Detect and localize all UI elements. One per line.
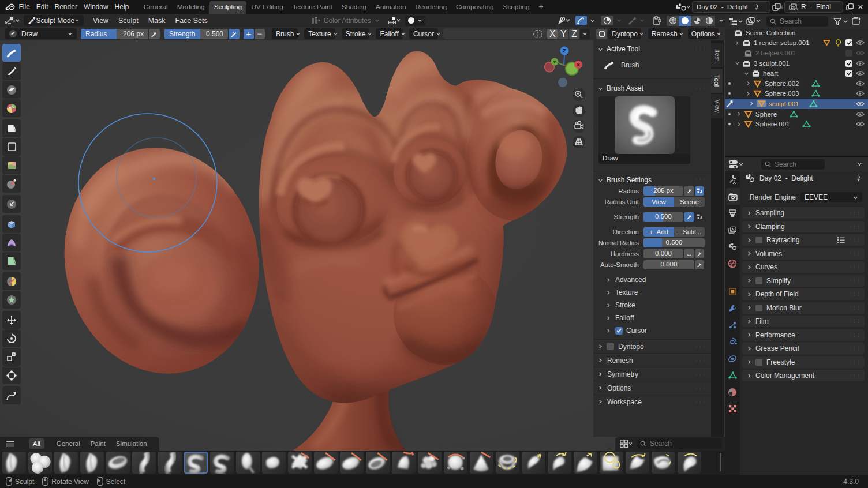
svg-text:Y: Y [553, 59, 556, 65]
svg-text:Z: Z [563, 48, 566, 54]
svg-text:X: X [577, 62, 580, 67]
